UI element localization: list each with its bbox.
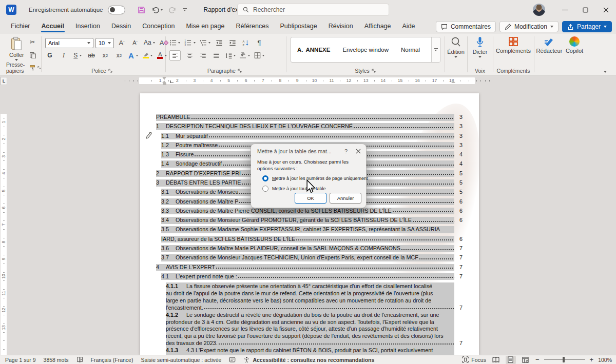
print-layout-icon[interactable] <box>506 356 516 364</box>
toc-entry[interactable]: 4.1.2Le sondage destructif a révélé une … <box>166 311 454 347</box>
toc-entry[interactable]: 1DESCRIPTION TECHNIQUE DES LIEUX ET DE L… <box>156 123 454 130</box>
zoom-out-icon[interactable]: − <box>535 356 540 363</box>
line-spacing-icon[interactable] <box>225 50 236 60</box>
style-item[interactable]: Normal <box>395 47 426 53</box>
tab-accueil[interactable]: Accueil <box>36 20 70 33</box>
font-size-select[interactable]: 10 <box>95 38 114 48</box>
font-color-icon[interactable]: A <box>157 50 166 60</box>
tab-mise-en-page[interactable]: Mise en page <box>180 20 230 33</box>
minimize-icon[interactable] <box>554 0 575 19</box>
undo-icon[interactable] <box>151 6 163 13</box>
highlight-color-icon[interactable] <box>143 50 152 60</box>
maximize-icon[interactable] <box>575 0 595 19</box>
comments-button[interactable]: Commentaires <box>436 21 496 32</box>
cancel-button[interactable]: Annuler <box>330 193 361 204</box>
increase-indent-icon[interactable] <box>228 37 237 48</box>
word-app-icon[interactable]: W <box>6 5 16 15</box>
dialog-help-button[interactable]: ? <box>344 148 348 154</box>
toc-entry[interactable]: 3.4Observations de Monsieur Gérard PROMO… <box>161 217 454 224</box>
text-effects-icon[interactable]: A <box>128 50 138 60</box>
underline-icon[interactable]: S <box>73 50 82 60</box>
decrease-indent-icon[interactable] <box>215 37 224 48</box>
paste-button[interactable]: Coller <box>9 36 24 61</box>
superscript-icon[interactable]: x2 <box>114 50 124 60</box>
multilevel-list-icon[interactable] <box>200 37 210 48</box>
toc-entry[interactable]: 1.1Mur séparatif3 <box>161 133 454 140</box>
left-indent-marker[interactable] <box>163 83 166 85</box>
tab-dessin[interactable]: Dessin <box>106 20 137 33</box>
styles-gallery-more-icon[interactable] <box>431 37 440 62</box>
toc-entry[interactable]: PRÉAMBULE3 <box>156 114 454 121</box>
close-icon[interactable] <box>595 0 616 19</box>
word-count[interactable]: 3858 mots <box>44 357 69 363</box>
margin-edit-pen-icon[interactable] <box>144 131 153 140</box>
collapse-ribbon-icon[interactable] <box>604 71 607 73</box>
radio-selected-icon[interactable] <box>262 175 268 181</box>
proofing-icon[interactable] <box>76 356 83 363</box>
tab-insertion[interactable]: Insertion <box>70 20 106 33</box>
editor-button[interactable]: Rédacteur <box>536 36 563 54</box>
copilot-button[interactable]: Copilot <box>563 36 586 54</box>
avatar[interactable] <box>533 4 545 16</box>
dialog-launcher-icon[interactable] <box>238 69 242 73</box>
toc-entry[interactable]: 4.1.34.3 L'Expert note que le rapport du… <box>166 347 454 355</box>
clear-formatting-icon[interactable]: A <box>159 37 168 48</box>
cut-icon[interactable]: ✂ <box>28 37 37 47</box>
dialog-launcher-icon[interactable] <box>108 69 113 73</box>
zoom-level[interactable]: 100% <box>598 357 612 363</box>
editing-menu-button[interactable]: Édition <box>445 36 467 58</box>
borders-icon[interactable] <box>254 50 264 60</box>
bold-icon[interactable]: G <box>45 50 54 60</box>
change-case-icon[interactable]: Aa <box>144 37 155 48</box>
sort-icon[interactable]: AZ <box>241 37 251 48</box>
toc-entry[interactable]: 3.3Observations de Maître Pierre CONSEIL… <box>161 208 454 215</box>
tab-revision[interactable]: Révision <box>323 20 359 33</box>
toc-entry[interactable]: 3.6Observations de Maître Marie PLAIDEUR… <box>161 245 454 252</box>
shrink-font-icon[interactable]: Aˇ <box>130 37 140 48</box>
focus-mode-button[interactable]: Focus <box>462 356 486 363</box>
first-line-indent-marker[interactable] <box>162 77 166 80</box>
dialog-launcher-icon[interactable] <box>372 69 376 73</box>
quick-access-customize-icon[interactable] <box>183 8 187 12</box>
autocomplete-indicator[interactable]: Saisie semi-automatique : activée <box>141 357 221 363</box>
undo-dropdown-icon[interactable] <box>161 9 163 11</box>
toc-entry[interactable]: 3.7Observations de Monsieur Jacques TECH… <box>161 254 454 261</box>
editing-mode-button[interactable]: Modification <box>499 21 559 32</box>
language-indicator[interactable]: Français (France) <box>91 357 133 363</box>
tab-publipostage[interactable]: Publipostage <box>274 20 322 33</box>
read-mode-icon[interactable] <box>491 356 501 364</box>
style-item[interactable]: Envelope window <box>336 47 395 53</box>
align-left-icon[interactable] <box>169 50 181 60</box>
tab-aide[interactable]: Aide <box>397 20 421 33</box>
ok-button[interactable]: OK <box>295 193 326 204</box>
italic-icon[interactable]: I <box>59 50 68 60</box>
tab-fichier[interactable]: Fichier <box>5 20 36 33</box>
align-center-icon[interactable] <box>185 50 194 60</box>
grow-font-icon[interactable]: Aˆ <box>117 37 126 48</box>
numbering-icon[interactable]: 123 <box>184 37 195 48</box>
search-input[interactable]: Rechercher <box>237 4 389 16</box>
tab-affichage[interactable]: Affichage <box>359 20 397 33</box>
tab-stop-selector[interactable]: L <box>1 77 7 85</box>
radio-unselected-icon[interactable] <box>262 186 268 192</box>
autosave-toggle[interactable] <box>108 6 125 14</box>
dialog-launcher-icon[interactable] <box>37 66 41 70</box>
right-indent-marker[interactable] <box>451 80 455 83</box>
styles-gallery[interactable]: A.ANNEXEEnvelope windowNormal <box>291 37 440 63</box>
tab-references[interactable]: Références <box>230 20 274 33</box>
page-indicator[interactable]: Page 1 sur 9 <box>5 357 36 363</box>
share-button[interactable]: Partager <box>562 21 612 32</box>
style-item[interactable]: A.ANNEXE <box>291 47 336 53</box>
dialog-close-icon[interactable] <box>356 149 361 154</box>
bullets-icon[interactable] <box>169 37 180 48</box>
toc-entry[interactable]: 4.1L'expert prend note que :7 <box>161 273 454 280</box>
shading-icon[interactable] <box>240 50 249 60</box>
redo-icon[interactable] <box>169 6 177 13</box>
strikethrough-icon[interactable]: ab <box>87 50 96 60</box>
zoom-slider-thumb[interactable] <box>563 357 565 362</box>
justify-icon[interactable] <box>211 50 221 60</box>
show-formatting-marks-icon[interactable]: ¶ <box>255 37 264 48</box>
vertical-ruler[interactable]: 12345678910111213 <box>1 86 7 355</box>
web-layout-icon[interactable] <box>521 356 531 364</box>
document-page[interactable]: PRÉAMBULE31DESCRIPTION TECHNIQUE DES LIE… <box>140 93 479 355</box>
